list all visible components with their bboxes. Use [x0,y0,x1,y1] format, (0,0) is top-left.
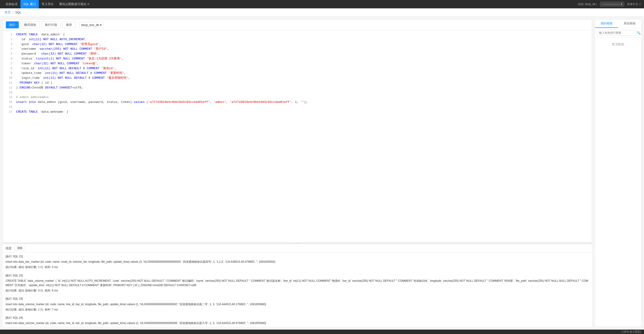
line-content: `username` varchar(255) NOT NULL COMMENT… [16,47,590,52]
line-number: 1 [5,32,12,37]
nav-item-visualization[interactable]: 腾讯云图数据可视化 ✏ [56,0,93,8]
line-number: 13 [5,90,12,95]
line-content: `login_time` int(11) NOT NULL DEFAULT 0 … [16,76,590,81]
sql-block-result: 执行结果: 成功, 影响行数: 0 行, 耗时: 6 ms [6,288,589,293]
table-row: 7 `token` char(32) NOT NULL COMMENT 'tok… [3,61,592,66]
format-button[interactable]: 格式优化 [21,21,40,28]
line-content: # admin adminadmin [16,95,590,100]
line-number: 5 [5,52,12,56]
split-container: 执行 格式优化 执行计划 保存 tdsql_test_db ▾ 1CREATE … [3,19,592,327]
line-number: 8 [5,66,12,71]
table-row: 1CREATE TABLE `data_admin` ( [3,32,592,37]
line-number: 4 [5,47,12,51]
chevron-down-icon: ▾ [621,3,622,6]
tab-my-templates[interactable]: 我的模板 [595,20,618,28]
db-selected-label: tdsql_test_db [81,23,99,27]
chevron-down-icon: ▾ [100,23,102,27]
search-icon[interactable]: 🔍 [637,31,640,35]
line-number: 2 [5,37,12,42]
sql-block-result: 执行结果: 成功, 影响行数: 1 行, 耗时: 3 ms [6,265,589,269]
line-number: 9 [5,71,12,76]
db-selector[interactable]: tdsql_test_db ▾ [79,22,104,28]
line-content: PRIMARY KEY (`id`) [16,81,590,86]
breadcrumb-current: SQL [15,11,21,14]
line-number: 10 [5,76,12,80]
instance-selector[interactable]: ───────── ▾ [600,2,624,7]
nav-item-sql[interactable]: SQL 窗口 [20,0,39,8]
top-navigation: 实例会话 SQL 窗口 导入导出 腾讯云图数据可视化 ✏ 实例: tdsql_d… [0,0,644,8]
table-row: 8 `role_id` int(11) NOT NULL DEFAULT 0 C… [3,66,592,71]
right-panel: 我的模板 系统模板 🔍 暂无数据 [595,19,641,327]
sql-block-query: insert into data_volume_marker (id, code… [6,321,589,325]
line-content: `status` tinyint(1) NOT NULL COMMENT '状态… [16,57,590,61]
lang-switcher[interactable]: 简体中文 ∨ [627,2,641,6]
code-editor[interactable]: 1CREATE TABLE `data_admin` (2 `id` int(1… [3,31,592,242]
save-button[interactable]: 保存 [62,21,76,28]
line-number: 6 [5,57,12,61]
line-content: ) ENGINE=InnoDB DEFAULT CHARSET=utf8; [16,86,590,90]
line-number: 16 [5,105,12,109]
breadcrumb: 首页 / SQL [0,8,644,17]
line-content: CREATE TABLE `data_admin` ( [16,32,590,37]
sql-block-header: [执行 SQL 22] [6,273,589,278]
table-row: 11 PRIMARY KEY (`id`) [3,81,592,86]
table-row: 5 `password` char(32) NOT NULL COMMENT '… [3,52,592,57]
nav-item-instance[interactable]: 实例会话 [3,0,20,8]
line-number: 3 [5,42,12,47]
status-text: CSDN @小思思1 [622,330,641,333]
template-search-input[interactable] [597,30,636,36]
line-content: `update_time` int(11) NOT NULL DEFAULT 0… [16,71,590,76]
line-content: `role_id` int(11) NOT NULL DEFAULT 0 COM… [16,66,590,71]
sql-block-query: CREATE TABLE `data_volume_marker` ( `id`… [6,279,589,287]
sql-block-query: insert into data_bar_marker (id, code, n… [6,260,589,264]
line-number: 15 [5,100,12,105]
sql-block-header: [执行 SQL 24] [6,316,589,320]
line-number: 12 [5,86,12,90]
sql-panel: 执行 格式优化 执行计划 保存 tdsql_test_db ▾ 1CREATE … [3,19,592,242]
breadcrumb-separator: / [12,11,14,14]
editor-area: 1CREATE TABLE `data_admin` (2 `id` int(1… [3,31,592,242]
execute-button[interactable]: 执行 [6,21,19,28]
table-row: 17CREATE TABLE `data_webname` ( [3,110,592,115]
main-content: 执行 格式优化 执行计划 保存 tdsql_test_db ▾ 1CREATE … [0,17,644,329]
breadcrumb-home[interactable]: 首页 [5,10,11,15]
sql-block-header: [执行 SQL 23] [6,297,589,301]
right-search: 🔍 [595,28,641,38]
line-content [16,90,590,95]
list-item: [执行 SQL 21]insert into data_bar_marker (… [6,254,589,270]
list-item: [执行 SQL 22]CREATE TABLE `data_volume_mar… [6,273,589,293]
sql-block-query: insert into data_volume_marker (id, code… [6,302,589,306]
table-row: 10 `login_time` int(11) NOT NULL DEFAULT… [3,76,592,81]
table-row: 16 [3,105,592,110]
table-row: 4 `username` varchar(255) NOT NULL COMME… [3,47,592,52]
sql-block-header: [执行 SQL 21] [6,254,589,259]
line-number: 14 [5,95,12,100]
line-content: `password` char(32) NOT NULL COMMENT '密码… [16,52,590,57]
clear-button[interactable]: 清除 [14,245,25,251]
table-row: 3 `guid` char(32) NOT NULL COMMENT '管理员g… [3,42,592,47]
plan-button[interactable]: 执行计划 [42,21,60,28]
nav-item-import[interactable]: 导入导出 [39,0,56,8]
line-number: 17 [5,110,12,114]
list-item: [执行 SQL 24]insert into data_volume_marke… [6,316,589,327]
no-data-label: 暂无数据 [595,38,641,51]
sql-toolbar: 执行 格式优化 执行计划 保存 tdsql_test_db ▾ [3,20,592,31]
sql-block-result: 执行结果: 成功, 影响行数: 1 行, 耗时: 7 ms [6,307,589,312]
line-content: CREATE TABLE `data_webname` ( [16,110,590,115]
info-content: [执行 SQL 21]insert into data_bar_marker (… [3,252,592,327]
line-content: insert into data_admin (guid, username, … [16,100,590,105]
table-row: 2 `id` int(11) NOT NULL AUTO_INCREMENT, [3,37,592,42]
instance-label: 实例: tdsql_db ( [578,2,597,6]
table-row: 14# admin adminadmin [3,95,592,100]
line-content: `guid` char(32) NOT NULL COMMENT '管理员gui… [16,42,590,47]
table-row: 15insert into data_admin (guid, username… [3,100,592,105]
line-content: `token` char(32) NOT NULL COMMENT 'token… [16,61,590,66]
line-number: 7 [5,61,12,66]
tab-sys-templates[interactable]: 系统模板 [618,20,641,28]
line-number: 11 [5,81,12,85]
info-title: 信息 [6,246,12,250]
status-bar: CSDN @小思思1 [0,329,644,334]
table-row: 12) ENGINE=InnoDB DEFAULT CHARSET=utf8; [3,86,592,90]
list-item: [执行 SQL 23]insert into data_volume_marke… [6,297,589,312]
sql-block-result: 执行结果: 成功, 影响行数: 1 行, 耗时: 2 ms [6,326,589,327]
